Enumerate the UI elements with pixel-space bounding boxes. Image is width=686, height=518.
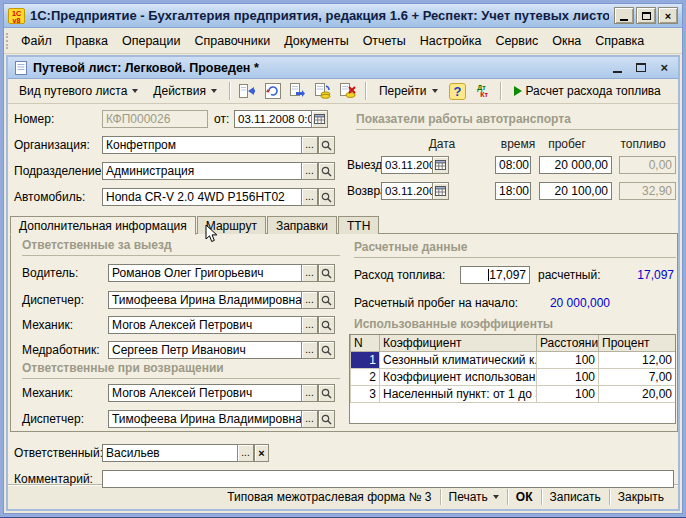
date-calendar-button[interactable] (311, 110, 328, 128)
cell-name[interactable]: Коэффициент использовани... (380, 368, 537, 385)
cell-name[interactable]: Сезонный климатический к... (380, 351, 537, 368)
vehicle-select-button[interactable]: ... (301, 188, 318, 206)
print-button[interactable]: Печать (441, 488, 507, 506)
dispatcher-select-button[interactable]: ... (301, 291, 318, 309)
doc-maximize-button[interactable] (636, 63, 646, 72)
comment-input[interactable] (102, 470, 674, 488)
return-mechanic-input[interactable]: Могов Алексей Петрович (108, 384, 302, 402)
coefficients-table[interactable]: N Коэффициент Расстояние Процент 1 Сезон… (349, 334, 676, 424)
tab-ttn[interactable]: ТТН (338, 216, 379, 234)
standard-form-button[interactable]: Типовая межотраслевая форма № 3 (219, 488, 439, 506)
menu-edit[interactable]: Правка (60, 31, 114, 51)
vehicle-open-button[interactable] (318, 188, 335, 206)
return-calendar-button[interactable] (432, 182, 449, 200)
cell-n[interactable]: 2 (351, 368, 380, 385)
cell-distance[interactable]: 100 (537, 368, 599, 385)
close-button[interactable]: × (658, 7, 678, 24)
departure-time-input[interactable]: 08:00 (495, 156, 531, 174)
table-row[interactable]: 3 Населенный пункт: от 1 до 3... 100 20,… (351, 385, 676, 402)
menu-windows[interactable]: Окна (546, 31, 587, 51)
return-odometer-input[interactable]: 20 100,00 (539, 182, 612, 200)
fuel-calc-button[interactable]: Расчет расхода топлива (508, 81, 667, 101)
tab-refuels[interactable]: Заправки (267, 216, 337, 234)
organization-select-button[interactable]: ... (301, 136, 318, 154)
document-date-input[interactable]: 03.11.2008 0:00:00 (234, 110, 312, 128)
return-dispatcher-input[interactable]: Тимофеева Ирина Владимировна (108, 410, 302, 428)
number-input[interactable]: КФП000026 (102, 110, 208, 128)
mechanic-input[interactable]: Могов Алексей Петрович (108, 316, 302, 334)
driver-select-button[interactable]: ... (301, 264, 318, 282)
dispatcher-input[interactable]: Тимофеева Ирина Владимировна (108, 291, 302, 309)
cell-percent[interactable]: 20,00 (599, 385, 676, 402)
cell-distance[interactable]: 100 (537, 385, 599, 402)
cell-n-selected[interactable]: 1 (351, 351, 380, 368)
organization-open-button[interactable] (318, 136, 335, 154)
maximize-button[interactable] (636, 7, 656, 24)
ok-button[interactable]: ОК (508, 488, 541, 506)
medic-select-button[interactable]: ... (301, 341, 318, 359)
driver-input[interactable]: Романов Олег Григорьевич (108, 264, 302, 282)
return-dispatcher-label: Диспетчер: (22, 410, 84, 428)
driver-open-button[interactable] (318, 264, 335, 282)
menu-documents[interactable]: Документы (278, 31, 354, 51)
waybill-type-button[interactable]: Вид путевого листа (13, 81, 144, 101)
coefficients-title: Использованные коэффициенты (354, 317, 553, 334)
table-row[interactable]: 1 Сезонный климатический к... 100 12,00 (351, 351, 676, 368)
department-open-button[interactable] (318, 162, 335, 180)
departure-calendar-button[interactable] (432, 156, 449, 174)
medic-open-button[interactable] (318, 341, 335, 359)
responsible-select-button[interactable]: ... (237, 444, 254, 462)
cell-percent[interactable]: 12,00 (599, 351, 676, 368)
tab-additional-info[interactable]: Дополнительная информация (10, 216, 196, 235)
copy-button[interactable] (287, 81, 309, 101)
cell-n[interactable]: 3 (351, 385, 380, 402)
return-dispatcher-open-button[interactable] (318, 410, 335, 428)
departure-date-input[interactable]: 03.11.2008 (381, 156, 433, 174)
menu-service[interactable]: Сервис (489, 31, 544, 51)
menu-operations[interactable]: Операции (116, 31, 186, 51)
doc-minimize-button[interactable] (613, 71, 622, 73)
departure-odometer-input[interactable]: 20 000,00 (539, 156, 612, 174)
menu-catalogs[interactable]: Справочники (188, 31, 276, 51)
post-document-button[interactable] (312, 81, 334, 101)
organization-input[interactable]: Конфетпром (102, 136, 302, 154)
return-mechanic-select-button[interactable]: ... (301, 384, 318, 402)
responsible-input[interactable]: Васильев (102, 444, 238, 462)
magnifier-icon (321, 295, 332, 306)
fuel-consumption-input[interactable]: 17,097 (460, 266, 530, 284)
previous-document-button[interactable] (237, 81, 259, 101)
goto-button[interactable]: Перейти (373, 81, 444, 101)
responsible-clear-button[interactable]: × (254, 444, 269, 462)
return-time-input[interactable]: 18:00 (495, 182, 531, 200)
chevron-down-icon (432, 89, 438, 93)
unpost-document-button[interactable] (337, 81, 359, 101)
menu-help[interactable]: Справка (589, 31, 650, 51)
menu-reports[interactable]: Отчеты (357, 31, 412, 51)
cell-name[interactable]: Населенный пункт: от 1 до 3... (380, 385, 537, 402)
table-row[interactable]: 2 Коэффициент использовани... 100 7,00 (351, 368, 676, 385)
return-date-input[interactable]: 03.11.2008 (381, 182, 433, 200)
medic-input[interactable]: Сергеев Петр Иванович (108, 341, 302, 359)
menu-file[interactable]: Файл (15, 31, 58, 51)
chevron-down-icon (132, 89, 138, 93)
mechanic-select-button[interactable]: ... (301, 316, 318, 334)
minimize-button[interactable] (614, 7, 634, 24)
cell-percent[interactable]: 7,00 (599, 368, 676, 385)
refresh-button[interactable] (262, 81, 284, 101)
dispatcher-open-button[interactable] (318, 291, 335, 309)
cell-distance[interactable]: 100 (537, 351, 599, 368)
vehicle-input[interactable]: Honda CR-V 2.0 4WD P156HT02 (102, 188, 302, 206)
actions-button[interactable]: Действия (147, 81, 223, 101)
return-dispatcher-select-button[interactable]: ... (301, 410, 318, 428)
department-input[interactable]: Администрация (102, 162, 302, 180)
dtkt-postings-button[interactable]: ДтКт (472, 81, 494, 101)
close-form-button[interactable]: Закрыть (610, 488, 672, 506)
fuel-consumption-label: Расход топлива: (354, 266, 445, 284)
doc-close-button[interactable]: × (660, 63, 668, 73)
save-button[interactable]: Записать (542, 488, 609, 506)
help-button[interactable]: ? (447, 81, 469, 101)
menu-settings[interactable]: Настройка (414, 31, 488, 51)
return-mechanic-open-button[interactable] (318, 384, 335, 402)
department-select-button[interactable]: ... (301, 162, 318, 180)
mechanic-open-button[interactable] (318, 316, 335, 334)
